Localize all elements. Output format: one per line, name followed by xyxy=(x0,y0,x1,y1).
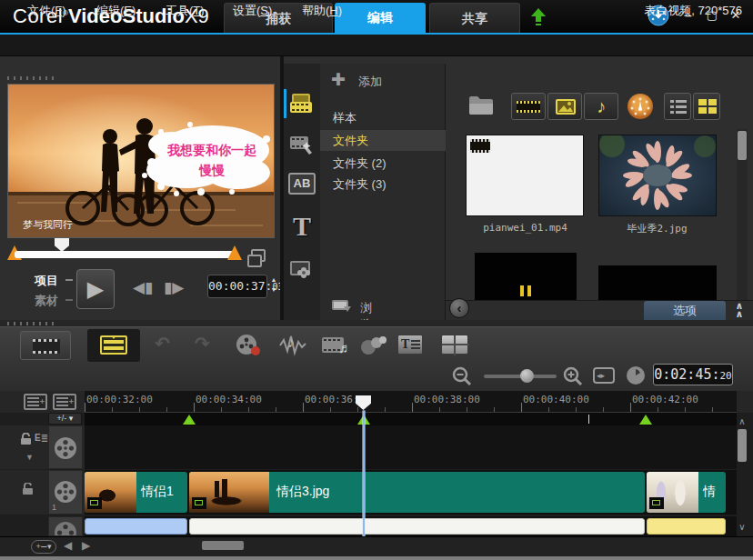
timecode-spinner[interactable]: ▲ ▼ xyxy=(269,275,278,298)
menu-settings[interactable]: 设置(S) xyxy=(233,0,272,22)
upload-arrow-icon[interactable] xyxy=(530,8,547,28)
filter-photo-button[interactable] xyxy=(547,93,582,120)
menu-help[interactable]: 帮助(H) xyxy=(302,0,342,22)
subtitle-editor-button[interactable]: T xyxy=(397,335,423,355)
motion-filter-icon[interactable] xyxy=(628,94,653,119)
sound-mixer-button[interactable]: ♪ xyxy=(278,333,309,360)
clip-qinglv1[interactable]: 情侣1 xyxy=(85,472,187,513)
track-manager-icon[interactable]: + xyxy=(53,394,76,410)
marker-row[interactable] xyxy=(85,413,737,425)
duration-clock-icon[interactable] xyxy=(626,365,646,389)
horizontal-splitter[interactable] xyxy=(0,320,753,326)
menu-edit[interactable]: 编辑(E) xyxy=(96,0,136,22)
gallery-item-folder[interactable]: 文件夹 xyxy=(320,130,446,151)
previous-frame-button[interactable]: ◀▮ xyxy=(133,278,153,297)
scroll-right-arrow[interactable]: ▶ xyxy=(82,539,90,552)
timeline-view-button[interactable] xyxy=(87,329,140,362)
scroll-down-icon[interactable]: ∨ xyxy=(735,522,749,532)
scroll-up-icon[interactable]: ∧ xyxy=(735,416,749,426)
panel-grip[interactable] xyxy=(7,76,55,80)
menu-file[interactable]: 文件(F) xyxy=(27,0,66,22)
preview-timecode[interactable]: 00:00:37:03 xyxy=(207,275,267,298)
expand-track-icon[interactable]: ▼ xyxy=(25,453,34,462)
browse-button[interactable]: 浏览 xyxy=(331,298,353,317)
unlock-icon[interactable] xyxy=(22,483,34,495)
clip-qinglv3[interactable]: 情侣3.jpg xyxy=(189,472,645,513)
enlarge-preview-icon[interactable] xyxy=(251,249,266,262)
title-icon[interactable]: T xyxy=(288,213,316,240)
add-icon[interactable]: ✚ xyxy=(331,71,349,89)
zoom-out-icon[interactable] xyxy=(451,365,473,387)
storyboard-view-button[interactable] xyxy=(20,331,71,360)
spinner-up-icon[interactable]: ▲ xyxy=(269,275,278,285)
title-clip-white[interactable] xyxy=(189,518,645,535)
tab-share[interactable]: 共享 xyxy=(429,3,520,33)
track-motion-button[interactable] xyxy=(358,333,389,360)
show-all-tracks-icon[interactable]: + xyxy=(24,394,47,410)
video-track[interactable] xyxy=(85,425,737,469)
spinner-down-icon[interactable]: ▼ xyxy=(269,285,278,295)
media-thumb-black2[interactable] xyxy=(598,265,717,302)
clip-qinglv-partial[interactable]: 情 xyxy=(647,472,726,513)
track2-header[interactable]: 1 xyxy=(48,470,83,515)
title-track xyxy=(85,516,737,536)
filter-audio-button[interactable]: ♪ xyxy=(584,93,618,120)
scroll-left-button[interactable]: ‹ xyxy=(449,298,469,318)
title-clip-blue[interactable] xyxy=(85,518,187,535)
mode-clip-label[interactable]: 素材 xyxy=(35,293,58,309)
fit-timeline-icon[interactable]: ◂▸ xyxy=(593,367,615,384)
hscroll-thumb[interactable] xyxy=(202,541,244,550)
collapse-chevrons-icon[interactable]: ∧∧ xyxy=(731,302,748,318)
library-nav-strip: AB T xyxy=(284,64,320,320)
record-capture-button[interactable] xyxy=(235,333,262,360)
timeline-ruler[interactable]: 00:00:32:00 00:00:34:00 00:00:36:00 00:0… xyxy=(85,391,737,413)
track-height-button[interactable]: +ꟷ▾ xyxy=(31,540,56,554)
media-scrollbar-thumb[interactable] xyxy=(738,131,747,160)
gallery-item-sample[interactable]: 样本 xyxy=(320,107,446,128)
thumbnail-view-button[interactable] xyxy=(693,93,720,120)
undo-button[interactable]: ↶ xyxy=(155,333,170,360)
folder-icon[interactable] xyxy=(467,93,495,116)
filter-video-button[interactable] xyxy=(511,93,546,120)
zoom-slider[interactable] xyxy=(484,375,557,378)
tab-edit[interactable]: 编辑 xyxy=(335,3,426,33)
list-view-button[interactable] xyxy=(664,93,691,120)
auto-music-button[interactable]: ♬ xyxy=(320,333,351,360)
ripple-edit-icon[interactable]: E≣ xyxy=(35,433,48,443)
transition-icon[interactable]: AB xyxy=(288,173,316,195)
title-clip-yellow[interactable] xyxy=(647,518,726,535)
scroll-left-arrow[interactable]: ◀ xyxy=(64,539,72,552)
media-thumb-video[interactable] xyxy=(466,135,584,216)
chapter-marker[interactable] xyxy=(639,415,652,425)
media-scrollbar[interactable] xyxy=(737,129,748,304)
gallery-item-folder3[interactable]: 文件夹 (3) xyxy=(320,174,446,195)
menu-tools[interactable]: 工具(T) xyxy=(166,0,205,22)
options-button[interactable]: 选项 xyxy=(644,301,726,321)
playhead[interactable] xyxy=(363,411,365,536)
chapter-point-button[interactable]: +/- ▾ xyxy=(48,413,82,425)
chapter-marker[interactable] xyxy=(183,415,196,425)
zoom-in-icon[interactable] xyxy=(562,365,584,387)
track3-header[interactable] xyxy=(48,516,83,536)
graphic-icon[interactable] xyxy=(288,256,316,284)
add-gallery-label[interactable]: 添加 xyxy=(358,74,382,90)
lock-icon[interactable] xyxy=(20,433,32,445)
preview-scrub-thumb[interactable] xyxy=(55,238,69,252)
zoom-slider-thumb[interactable] xyxy=(520,369,534,383)
next-frame-button[interactable]: ▮▶ xyxy=(164,278,184,297)
media-library-icon[interactable] xyxy=(288,89,316,116)
timeline-vscrollbar[interactable]: ∧ ∨ xyxy=(735,415,749,536)
vscroll-thumb[interactable] xyxy=(738,429,747,462)
cue-tick xyxy=(588,415,589,424)
play-button[interactable]: ▶ xyxy=(76,269,115,309)
track1-header[interactable] xyxy=(48,425,83,469)
media-thumb-photo[interactable] xyxy=(598,135,717,216)
mode-project-label[interactable]: 项目 xyxy=(35,273,58,289)
redo-button[interactable]: ↷ xyxy=(195,333,210,360)
instant-project-icon[interactable] xyxy=(288,131,316,158)
gallery-item-folder2[interactable]: 文件夹 (2) xyxy=(320,153,446,174)
media-thumb-black1[interactable] xyxy=(475,253,577,302)
pan-zoom-badge xyxy=(649,497,664,509)
preview-scrub-track[interactable] xyxy=(15,251,236,258)
split-screen-button[interactable] xyxy=(441,335,468,355)
